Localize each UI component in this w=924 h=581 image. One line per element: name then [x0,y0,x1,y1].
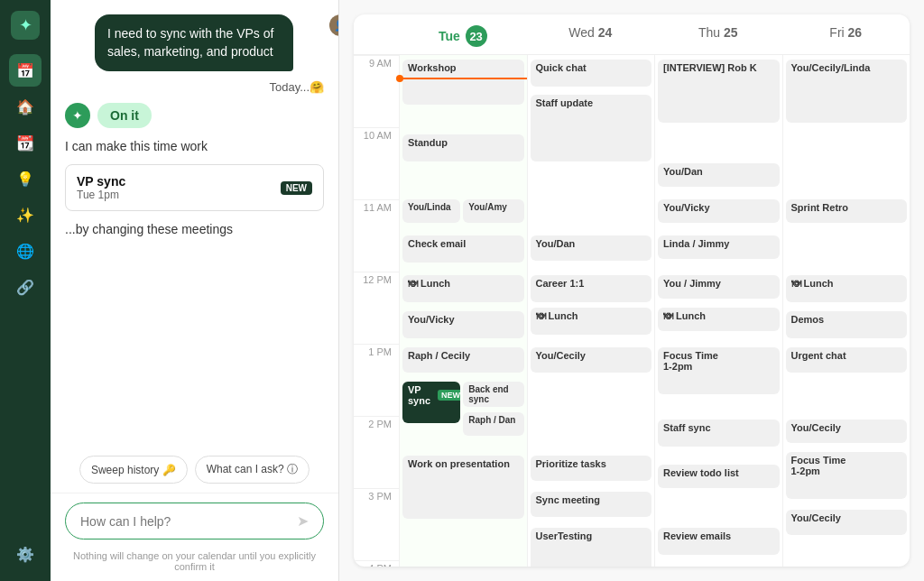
tuesday-column: Workshop Standup You/Linda You/Amy Check… [399,55,527,567]
calendar-panel: Tue 23 Wed 24 Thu 25 Fri 26 9 AM 10 AM 1… [339,0,924,581]
event-lunch-thu[interactable]: 🍽 Lunch [658,308,780,331]
event-work-presentation[interactable]: Work on presentation [402,456,524,519]
col-header-tue: Tue 23 [399,25,527,47]
calendar-header: Tue 23 Wed 24 Thu 25 Fri 26 [354,14,910,55]
event-you-cecily-fri1[interactable]: You/Cecily [786,420,908,443]
event-lunch-tue[interactable]: 🍽 Lunch [402,275,524,302]
time-4pm: 4 PM [354,560,399,567]
app-logo[interactable]: ✦ [11,11,40,40]
chat-input-box: ➤ [65,503,324,540]
event-staff-sync[interactable]: Staff sync [658,420,780,447]
chat-messages: I need to sync with the VPs of sales, ma… [51,0,338,447]
event-you-amy[interactable]: You/Amy [463,199,523,223]
event-you-vicky-thu[interactable]: You/Vicky [658,199,780,223]
event-staff-update[interactable]: Staff update [531,95,652,161]
time-9am: 9 AM [354,55,399,127]
event-check-email[interactable]: Check email [402,235,524,263]
event-lunch-wed[interactable]: 🍽 Lunch [531,308,652,335]
chat-input[interactable] [80,514,297,529]
event-standup[interactable]: Standup [402,134,524,161]
new-badge: NEW [281,181,312,195]
can-make-time-message: I can make this time work [65,137,324,155]
sidebar-item-globe[interactable]: 🌐 [9,235,42,267]
sidebar-item-settings[interactable]: ⚙️ [9,538,42,570]
changing-meetings-message: ...by changing these meetings [65,220,324,238]
event-demos[interactable]: Demos [786,311,908,338]
sidebar-item-home[interactable]: 🏠 [9,90,42,123]
sweep-history-button[interactable]: Sweep history 🔑 [79,456,188,484]
send-icon[interactable]: ➤ [297,512,309,530]
event-career-1on1[interactable]: Career 1:1 [531,275,652,302]
event-you-jimmy[interactable]: You / Jimmy [658,275,780,299]
on-it-badge: On it [97,103,152,128]
col-header-wed: Wed 24 [527,25,655,47]
time-11am: 11 AM [354,199,399,272]
sidebar-item-links[interactable]: 🔗 [9,271,42,303]
event-you-dan-wed[interactable]: You/Dan [531,235,652,261]
thursday-column: [INTERVIEW] Rob K You/Dan You/Vicky Lind… [654,55,782,567]
event-raph-cecily[interactable]: Raph / Cecily [402,347,524,373]
vp-sync-time: Tue 1pm [77,189,125,201]
wednesday-column: Quick chat Staff update You/Dan Career 1… [527,55,655,567]
event-you-vicky-tue[interactable]: You/Vicky [402,311,524,338]
event-sprint-retro[interactable]: Sprint Retro [786,199,908,223]
event-you-cecily-wed[interactable]: You/Cecily [531,347,652,373]
chat-disclaimer: Nothing will change on your calendar unt… [51,545,338,581]
col-header-thu: Thu 25 [654,25,782,47]
col-header-fri: Fri 26 [782,25,910,47]
event-you-dan-thu[interactable]: You/Dan [658,163,780,187]
event-you-linda[interactable]: You/Linda [402,199,460,223]
sidebar-item-calendar[interactable]: 📅 [9,54,42,87]
event-you-cecily-linda[interactable]: You/Cecily/Linda [786,60,908,123]
event-lunch-fri[interactable]: 🍽 Lunch [786,275,908,302]
vp-sync-title: VP sync [77,174,125,189]
friday-column: You/Cecily/Linda Sprint Retro 🍽 Lunch De… [782,55,910,567]
event-you-cecily-fri2[interactable]: You/Cecily [786,510,908,535]
event-review-emails[interactable]: Review emails [658,528,780,555]
time-1pm: 1 PM [354,344,399,416]
event-prioritize-tasks[interactable]: Prioritize tasks [531,456,652,481]
sidebar: ✦ 📅 🏠 📆 💡 ✨ 🌐 🔗 ⚙️ [0,0,51,581]
chat-input-area: ➤ [51,493,338,545]
event-urgent-chat[interactable]: Urgent chat [786,347,908,373]
sidebar-item-schedule[interactable]: 📆 [9,126,42,159]
sidebar-item-insights[interactable]: 💡 [9,162,42,195]
ai-icon: ✦ [65,103,90,128]
event-sync-meeting[interactable]: Sync meeting [531,492,652,517]
event-workshop[interactable]: Workshop [402,60,524,105]
event-vp-sync[interactable]: VP sync NEW [402,382,460,423]
time-2pm: 2 PM [354,416,399,488]
vp-sync-card[interactable]: VP sync Tue 1pm NEW [65,164,324,211]
calendar-container: Tue 23 Wed 24 Thu 25 Fri 26 9 AM 10 AM 1… [354,14,910,567]
time-3pm: 3 PM [354,488,399,560]
today-date: 23 [466,25,487,47]
today-response: Today...🤗 [269,80,324,94]
chat-actions: Sweep history 🔑 What can I ask? ⓘ [51,447,338,493]
time-12pm: 12 PM [354,272,399,344]
event-back-end-sync[interactable]: Back end sync [463,382,523,407]
chat-panel: I need to sync with the VPs of sales, ma… [51,0,339,581]
event-focus-time-thu[interactable]: Focus Time1-2pm [658,347,780,394]
avatar: 👤 [329,14,338,36]
sidebar-item-ai[interactable]: ✨ [9,198,42,231]
what-can-i-ask-button[interactable]: What can I ask? ⓘ [195,456,310,484]
on-it-message: ✦ On it [65,103,324,128]
event-review-todo[interactable]: Review todo list [658,465,780,488]
event-linda-jimmy[interactable]: Linda / Jimmy [658,235,780,259]
event-quick-chat[interactable]: Quick chat [531,60,652,87]
event-raph-dan[interactable]: Raph / Dan [463,412,523,436]
time-10am: 10 AM [354,127,399,199]
event-user-testing[interactable]: UserTesting [531,528,652,567]
user-message: I need to sync with the VPs of sales, ma… [95,14,293,71]
calendar-body: 9 AM 10 AM 11 AM 12 PM 1 PM 2 PM 3 PM 4 … [354,55,910,567]
event-interview-rob[interactable]: [INTERVIEW] Rob K [658,60,780,123]
event-focus-time-fri[interactable]: Focus Time1-2pm [786,452,908,499]
time-column: 9 AM 10 AM 11 AM 12 PM 1 PM 2 PM 3 PM 4 … [354,55,399,567]
